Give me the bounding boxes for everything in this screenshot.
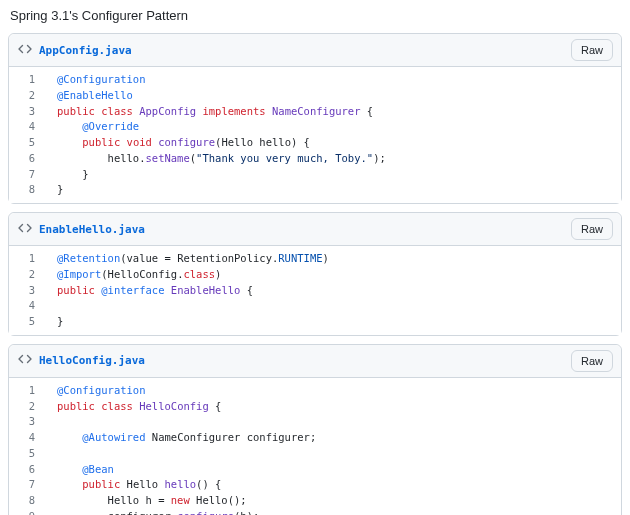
code-cell: public Hello hello() {	[43, 477, 621, 493]
code-line: 1@Retention(value = RetentionPolicy.RUNT…	[9, 246, 621, 267]
raw-button[interactable]: Raw	[571, 39, 613, 61]
file-header: EnableHello.javaRaw	[9, 213, 621, 246]
code-cell: public class AppConfig implements NameCo…	[43, 104, 621, 120]
code-icon	[17, 220, 33, 239]
code-cell: @Import(HelloConfig.class)	[43, 267, 621, 283]
file-header-left: AppConfig.java	[17, 41, 132, 60]
file-block: EnableHello.javaRaw1@Retention(value = R…	[8, 212, 622, 336]
file-name-link[interactable]: EnableHello.java	[39, 223, 145, 236]
line-number: 1	[9, 246, 43, 267]
code-icon	[17, 41, 33, 60]
code-cell: @Configuration	[43, 378, 621, 399]
file-name-link[interactable]: HelloConfig.java	[39, 354, 145, 367]
code-line: 4 @Autowired NameConfigurer configurer;	[9, 430, 621, 446]
code-cell: public class HelloConfig {	[43, 399, 621, 415]
code-cell: Hello h = new Hello();	[43, 493, 621, 509]
page-title: Spring 3.1's Configurer Pattern	[10, 8, 622, 23]
code-line: 7 public Hello hello() {	[9, 477, 621, 493]
file-header: AppConfig.javaRaw	[9, 34, 621, 67]
code-line: 3public @interface EnableHello {	[9, 283, 621, 299]
line-number: 3	[9, 104, 43, 120]
code-line: 2@Import(HelloConfig.class)	[9, 267, 621, 283]
code-line: 5 public void configure(Hello hello) {	[9, 135, 621, 151]
line-number: 6	[9, 462, 43, 478]
line-number: 7	[9, 167, 43, 183]
code-line: 4	[9, 298, 621, 314]
code-cell: public @interface EnableHello {	[43, 283, 621, 299]
line-number: 4	[9, 298, 43, 314]
raw-button[interactable]: Raw	[571, 218, 613, 240]
line-number: 2	[9, 88, 43, 104]
line-number: 4	[9, 430, 43, 446]
line-number: 5	[9, 314, 43, 335]
code-line: 8 Hello h = new Hello();	[9, 493, 621, 509]
code-line: 1@Configuration	[9, 67, 621, 88]
code-line: 5}	[9, 314, 621, 335]
line-number: 2	[9, 267, 43, 283]
code-cell: }	[43, 167, 621, 183]
code-cell: @Autowired NameConfigurer configurer;	[43, 430, 621, 446]
code-table: 1@Configuration2public class HelloConfig…	[9, 378, 621, 515]
code-icon	[17, 351, 33, 370]
line-number: 5	[9, 135, 43, 151]
file-header-left: EnableHello.java	[17, 220, 145, 239]
line-number: 5	[9, 446, 43, 462]
line-number: 3	[9, 414, 43, 430]
code-line: 5	[9, 446, 621, 462]
file-header-left: HelloConfig.java	[17, 351, 145, 370]
code-cell: public void configure(Hello hello) {	[43, 135, 621, 151]
line-number: 1	[9, 378, 43, 399]
code-cell	[43, 298, 621, 314]
raw-button[interactable]: Raw	[571, 350, 613, 372]
line-number: 2	[9, 399, 43, 415]
code-cell: }	[43, 182, 621, 203]
code-cell: @Configuration	[43, 67, 621, 88]
code-table: 1@Retention(value = RetentionPolicy.RUNT…	[9, 246, 621, 335]
files-container: AppConfig.javaRaw1@Configuration2@Enable…	[8, 33, 622, 515]
code-line: 7 }	[9, 167, 621, 183]
code-table: 1@Configuration2@EnableHello3public clas…	[9, 67, 621, 203]
code-line: 2@EnableHello	[9, 88, 621, 104]
line-number: 8	[9, 182, 43, 203]
line-number: 6	[9, 151, 43, 167]
file-name-link[interactable]: AppConfig.java	[39, 44, 132, 57]
file-header: HelloConfig.javaRaw	[9, 345, 621, 378]
code-line: 8}	[9, 182, 621, 203]
code-cell: @Bean	[43, 462, 621, 478]
code-cell	[43, 446, 621, 462]
code-line: 3public class AppConfig implements NameC…	[9, 104, 621, 120]
line-number: 9	[9, 509, 43, 515]
code-cell: configurer.configure(h);	[43, 509, 621, 515]
code-cell: }	[43, 314, 621, 335]
code-cell: @Retention(value = RetentionPolicy.RUNTI…	[43, 246, 621, 267]
line-number: 7	[9, 477, 43, 493]
file-block: HelloConfig.javaRaw1@Configuration2publi…	[8, 344, 622, 515]
code-cell: @EnableHello	[43, 88, 621, 104]
code-cell: @Override	[43, 119, 621, 135]
code-cell	[43, 414, 621, 430]
code-line: 6 @Bean	[9, 462, 621, 478]
code-line: 3	[9, 414, 621, 430]
file-block: AppConfig.javaRaw1@Configuration2@Enable…	[8, 33, 622, 204]
code-line: 2public class HelloConfig {	[9, 399, 621, 415]
line-number: 4	[9, 119, 43, 135]
line-number: 1	[9, 67, 43, 88]
line-number: 3	[9, 283, 43, 299]
code-line: 1@Configuration	[9, 378, 621, 399]
code-line: 4 @Override	[9, 119, 621, 135]
line-number: 8	[9, 493, 43, 509]
code-line: 9 configurer.configure(h);	[9, 509, 621, 515]
code-cell: hello.setName("Thank you very much, Toby…	[43, 151, 621, 167]
code-line: 6 hello.setName("Thank you very much, To…	[9, 151, 621, 167]
